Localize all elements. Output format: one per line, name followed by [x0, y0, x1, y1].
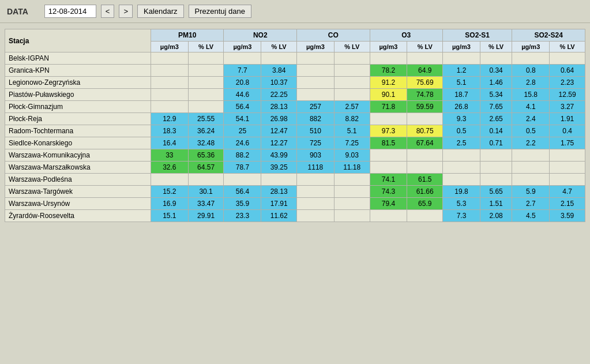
so2s1-ugm3: µg/m3: [443, 42, 480, 52]
data-cell: [407, 52, 443, 65]
data-cell: 2.15: [550, 198, 585, 210]
data-cell: [334, 210, 370, 222]
data-cell: [188, 65, 224, 77]
data-cell: 61.5: [407, 174, 443, 186]
data-cell: 39.25: [261, 162, 297, 174]
data-cell: 64.57: [188, 162, 224, 174]
data-cell: 1.75: [550, 137, 585, 149]
data-cell: [261, 52, 297, 65]
data-cell: [512, 52, 550, 65]
data-cell: [480, 149, 512, 162]
data-cell: 1.91: [550, 113, 585, 125]
station-name: Belsk-IGPAN: [5, 52, 151, 65]
data-cell: 28.13: [261, 101, 297, 113]
data-cell: [334, 65, 370, 77]
data-cell: 74.3: [370, 186, 407, 198]
data-cell: 5.1: [334, 125, 370, 137]
data-cell: 2.08: [480, 210, 512, 222]
data-cell: 88.2: [224, 149, 261, 162]
pm10-ugm3: µg/m3: [151, 42, 188, 52]
data-cell: 9.3: [443, 113, 480, 125]
data-cell: 3.27: [550, 101, 585, 113]
date-input[interactable]: [44, 5, 96, 18]
data-cell: 2.4: [512, 113, 550, 125]
station-name: Warszawa-Targówek: [5, 186, 151, 198]
data-cell: 64.9: [407, 65, 443, 77]
data-cell: 0.4: [550, 125, 585, 137]
table-row: Warszawa-Podleśna74.161.5: [5, 174, 585, 186]
data-cell: 23.3: [224, 210, 261, 222]
group-pm10: PM10: [151, 29, 224, 42]
data-cell: 33: [151, 149, 188, 162]
next-btn[interactable]: >: [119, 5, 133, 18]
data-cell: [512, 162, 550, 174]
data-cell: [550, 149, 585, 162]
data-cell: 54.1: [224, 113, 261, 125]
main-content: Stacja PM10 NO2 CO O3 SO2-S1 SO2-S24 µg/…: [0, 23, 590, 228]
data-cell: 28.13: [261, 186, 297, 198]
o3-pct: % LV: [407, 42, 443, 52]
data-cell: 5.3: [443, 198, 480, 210]
table-row: Belsk-IGPAN: [5, 52, 585, 65]
data-cell: [297, 77, 335, 89]
toolbar: DATA < > Kalendarz Prezentuj dane: [0, 0, 590, 23]
data-cell: [334, 198, 370, 210]
data-cell: 78.2: [370, 65, 407, 77]
station-name: Płock-Reja: [5, 113, 151, 125]
data-cell: [151, 52, 188, 65]
data-cell: 16.9: [151, 198, 188, 210]
data-cell: 81.5: [370, 137, 407, 149]
data-cell: 59.59: [407, 101, 443, 113]
data-cell: 24.6: [224, 137, 261, 149]
data-cell: [443, 174, 480, 186]
station-name: Warszawa-Ursynów: [5, 198, 151, 210]
so2s24-ugm3: µg/m3: [512, 42, 550, 52]
station-name: Granica-KPN: [5, 65, 151, 77]
data-cell: 15.8: [512, 89, 550, 101]
table-row: Warszawa-Komunikacyjna3365.3688.243.9990…: [5, 149, 585, 162]
data-cell: [550, 52, 585, 65]
data-cell: 16.4: [151, 137, 188, 149]
data-cell: [550, 174, 585, 186]
data-cell: 32.6: [151, 162, 188, 174]
data-cell: 4.5: [512, 210, 550, 222]
table-row: Warszawa-Marszałkowska32.664.5778.739.25…: [5, 162, 585, 174]
data-cell: 4.7: [550, 186, 585, 198]
data-cell: 18.3: [151, 125, 188, 137]
data-cell: 97.3: [370, 125, 407, 137]
data-cell: 11.18: [334, 162, 370, 174]
data-cell: [188, 101, 224, 113]
group-co: CO: [297, 29, 370, 42]
station-header: Stacja: [5, 29, 151, 52]
calendar-btn[interactable]: Kalendarz: [137, 5, 184, 18]
data-cell: [297, 198, 335, 210]
data-cell: [443, 149, 480, 162]
data-cell: 32.48: [188, 137, 224, 149]
so2s1-pct: % LV: [480, 42, 512, 52]
data-cell: 67.64: [407, 137, 443, 149]
data-cell: 35.9: [224, 198, 261, 210]
table-row: Legionowo-Zegrzyńska20.810.3791.275.695.…: [5, 77, 585, 89]
station-name: Siedlce-Konarskiego: [5, 137, 151, 149]
prev-btn[interactable]: <: [101, 5, 115, 18]
data-cell: [370, 113, 407, 125]
pm10-pct: % LV: [188, 42, 224, 52]
data-cell: 1118: [297, 162, 335, 174]
data-cell: 56.4: [224, 101, 261, 113]
data-cell: 10.37: [261, 77, 297, 89]
data-cell: [297, 174, 335, 186]
so2s24-pct: % LV: [550, 42, 585, 52]
data-cell: [370, 149, 407, 162]
data-cell: 3.59: [550, 210, 585, 222]
data-cell: 22.25: [261, 89, 297, 101]
data-cell: 257: [297, 101, 335, 113]
data-cell: 1.46: [480, 77, 512, 89]
data-cell: [512, 174, 550, 186]
data-cell: [370, 162, 407, 174]
data-cell: 0.14: [480, 125, 512, 137]
table-row: Żyrardów-Roosevelta15.129.9123.311.627.3…: [5, 210, 585, 222]
present-btn[interactable]: Prezentuj dane: [189, 5, 251, 18]
station-name: Płock-Gimnazjum: [5, 101, 151, 113]
station-name: Legionowo-Zegrzyńska: [5, 77, 151, 89]
data-cell: [370, 210, 407, 222]
